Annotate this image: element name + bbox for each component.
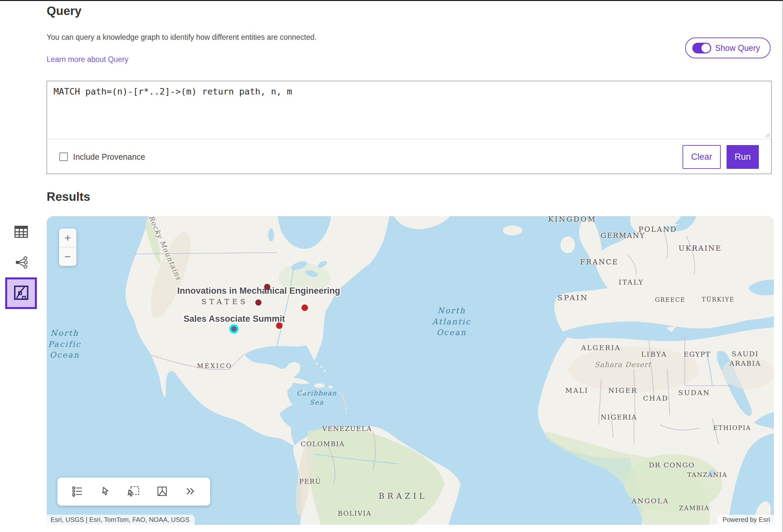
map-marker[interactable] [302,304,308,311]
show-query-label: Show Query [715,43,760,53]
select-polygon-button[interactable] [155,484,169,499]
map-attribution: Esri, USGS | Esri, TomTom, FAO, NOAA, US… [46,515,195,525]
table-icon [14,226,28,239]
zoom-in-button[interactable]: + [59,229,76,247]
toggle-switch-icon[interactable] [692,43,711,54]
learn-more-link[interactable]: Learn more about Query [46,55,129,64]
query-page: Query You can query a knowledge graph to… [0,0,783,532]
map-view[interactable]: KINGDOMPOLANDGERMANYUKRAINEFRANCEITALYSP… [46,216,774,525]
query-description: You can query a knowledge graph to ident… [46,33,316,42]
map-marker[interactable] [276,322,283,329]
map-marker[interactable] [255,300,262,306]
legend-icon [71,486,83,498]
double-chevron-icon [184,486,196,497]
map-toolbar [57,477,210,506]
polygon-select-icon [156,486,168,498]
select-rectangle-icon [128,486,140,498]
run-button[interactable]: Run [726,145,759,169]
legend-button[interactable] [70,484,85,499]
tab-table-view[interactable] [14,225,29,240]
network-icon [14,256,28,270]
tab-map-view[interactable] [5,277,37,309]
include-provenance-label: Include Provenance [73,152,145,162]
cursor-icon [99,486,111,498]
map-icon [13,285,29,302]
show-query-toggle[interactable]: Show Query [685,37,771,58]
select-tool-button[interactable] [98,484,113,499]
tab-graph-view[interactable] [14,255,29,270]
page-title: Query [46,4,82,18]
query-footer: Include Provenance Clear Run [47,140,771,174]
include-provenance-checkbox[interactable] [59,153,68,161]
toolbar-expand-button[interactable] [183,485,197,498]
select-features-button[interactable] [126,484,141,499]
clear-button[interactable]: Clear [683,145,721,169]
map-marker-selected[interactable] [231,326,237,332]
resize-handle-icon[interactable] [764,132,770,139]
results-title: Results [46,190,90,204]
zoom-out-button[interactable]: − [59,247,76,266]
map-marker[interactable] [264,284,271,290]
powered-by-esri: Powered by Esri [717,515,774,525]
query-input[interactable]: MATCH path=(n)-[r*..2]->(m) return path,… [47,81,771,139]
map-zoom-control: + − [59,229,76,266]
query-editor: MATCH path=(n)-[r*..2]->(m) return path,… [46,81,772,174]
